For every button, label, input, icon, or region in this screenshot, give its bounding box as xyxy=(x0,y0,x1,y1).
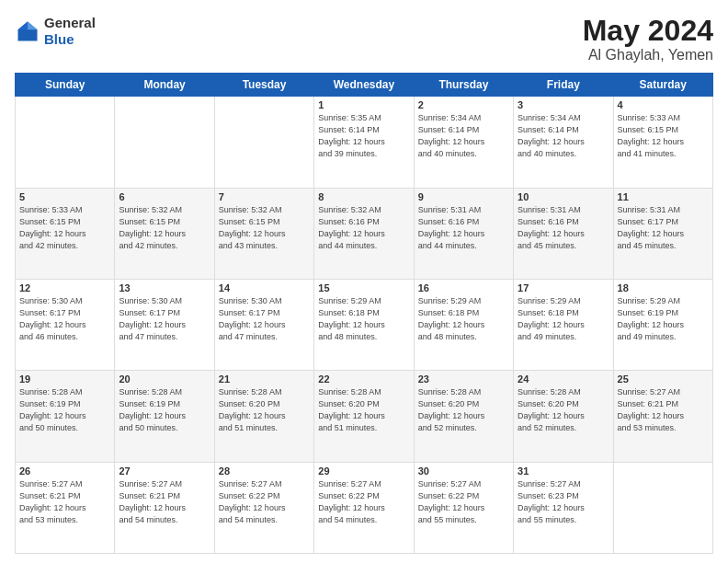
day-info: Sunrise: 5:32 AM Sunset: 6:16 PM Dayligh… xyxy=(318,204,409,252)
day-info: Sunrise: 5:28 AM Sunset: 6:19 PM Dayligh… xyxy=(19,386,110,434)
day-cell: 27Sunrise: 5:27 AM Sunset: 6:21 PM Dayli… xyxy=(115,462,214,553)
day-number: 7 xyxy=(219,191,310,202)
week-row-2: 5Sunrise: 5:33 AM Sunset: 6:15 PM Daylig… xyxy=(16,188,713,279)
day-number: 29 xyxy=(318,465,409,477)
logo-text: General Blue xyxy=(44,15,96,48)
day-cell: 22Sunrise: 5:28 AM Sunset: 6:20 PM Dayli… xyxy=(314,371,414,462)
header: General Blue May 2024 Al Ghaylah, Yemen xyxy=(15,15,713,63)
day-cell: 4Sunrise: 5:33 AM Sunset: 6:15 PM Daylig… xyxy=(613,97,712,188)
day-info: Sunrise: 5:29 AM Sunset: 6:19 PM Dayligh… xyxy=(618,295,709,343)
day-info: Sunrise: 5:31 AM Sunset: 6:16 PM Dayligh… xyxy=(518,204,609,252)
day-number: 10 xyxy=(518,191,609,202)
day-cell: 29Sunrise: 5:27 AM Sunset: 6:22 PM Dayli… xyxy=(314,462,414,553)
day-info: Sunrise: 5:32 AM Sunset: 6:15 PM Dayligh… xyxy=(119,204,210,252)
day-info: Sunrise: 5:28 AM Sunset: 6:20 PM Dayligh… xyxy=(219,386,310,434)
day-cell xyxy=(115,97,214,188)
day-cell: 18Sunrise: 5:29 AM Sunset: 6:19 PM Dayli… xyxy=(613,279,712,370)
day-number: 26 xyxy=(19,465,110,477)
day-info: Sunrise: 5:29 AM Sunset: 6:18 PM Dayligh… xyxy=(418,295,509,343)
day-cell: 17Sunrise: 5:29 AM Sunset: 6:18 PM Dayli… xyxy=(514,279,613,370)
day-info: Sunrise: 5:27 AM Sunset: 6:21 PM Dayligh… xyxy=(19,478,110,526)
day-cell: 3Sunrise: 5:34 AM Sunset: 6:14 PM Daylig… xyxy=(514,97,613,188)
day-info: Sunrise: 5:33 AM Sunset: 6:15 PM Dayligh… xyxy=(19,204,110,252)
svg-marker-2 xyxy=(18,22,28,30)
day-number: 8 xyxy=(318,191,409,202)
day-cell: 25Sunrise: 5:27 AM Sunset: 6:21 PM Dayli… xyxy=(613,371,712,462)
day-info: Sunrise: 5:33 AM Sunset: 6:15 PM Dayligh… xyxy=(618,112,709,160)
day-number: 30 xyxy=(418,465,509,477)
day-info: Sunrise: 5:34 AM Sunset: 6:14 PM Dayligh… xyxy=(518,112,609,160)
day-number: 20 xyxy=(119,373,210,385)
day-number: 27 xyxy=(119,465,210,477)
day-cell: 15Sunrise: 5:29 AM Sunset: 6:18 PM Dayli… xyxy=(314,279,414,370)
week-row-5: 26Sunrise: 5:27 AM Sunset: 6:21 PM Dayli… xyxy=(16,462,713,553)
day-number: 3 xyxy=(518,99,609,110)
weekday-header-thursday: Thursday xyxy=(414,74,513,97)
day-cell: 9Sunrise: 5:31 AM Sunset: 6:16 PM Daylig… xyxy=(414,188,513,279)
day-number: 6 xyxy=(119,191,210,202)
day-info: Sunrise: 5:28 AM Sunset: 6:19 PM Dayligh… xyxy=(119,386,210,434)
day-number: 9 xyxy=(418,191,509,202)
day-number: 17 xyxy=(518,282,609,293)
day-info: Sunrise: 5:28 AM Sunset: 6:20 PM Dayligh… xyxy=(518,386,609,434)
weekday-header-saturday: Saturday xyxy=(613,74,712,97)
day-info: Sunrise: 5:30 AM Sunset: 6:17 PM Dayligh… xyxy=(219,295,310,343)
day-cell: 5Sunrise: 5:33 AM Sunset: 6:15 PM Daylig… xyxy=(16,188,115,279)
day-info: Sunrise: 5:27 AM Sunset: 6:21 PM Dayligh… xyxy=(119,478,210,526)
day-cell xyxy=(214,97,313,188)
day-number: 13 xyxy=(119,282,210,293)
svg-marker-1 xyxy=(28,22,38,30)
weekday-header-sunday: Sunday xyxy=(16,74,115,97)
day-cell: 30Sunrise: 5:27 AM Sunset: 6:22 PM Dayli… xyxy=(414,462,513,553)
day-info: Sunrise: 5:31 AM Sunset: 6:17 PM Dayligh… xyxy=(618,204,709,252)
day-number: 14 xyxy=(219,282,310,293)
weekday-header-wednesday: Wednesday xyxy=(314,74,414,97)
week-row-1: 1Sunrise: 5:35 AM Sunset: 6:14 PM Daylig… xyxy=(16,97,713,188)
day-info: Sunrise: 5:35 AM Sunset: 6:14 PM Dayligh… xyxy=(318,112,409,160)
weekday-header-friday: Friday xyxy=(514,74,613,97)
day-number: 15 xyxy=(318,282,409,293)
day-number: 25 xyxy=(618,373,709,385)
logo: General Blue xyxy=(15,15,96,48)
day-cell: 26Sunrise: 5:27 AM Sunset: 6:21 PM Dayli… xyxy=(16,462,115,553)
day-number: 5 xyxy=(19,191,110,202)
day-info: Sunrise: 5:29 AM Sunset: 6:18 PM Dayligh… xyxy=(518,295,609,343)
day-number: 24 xyxy=(518,373,609,385)
logo-blue: Blue xyxy=(44,31,74,47)
day-info: Sunrise: 5:31 AM Sunset: 6:16 PM Dayligh… xyxy=(418,204,509,252)
day-info: Sunrise: 5:27 AM Sunset: 6:22 PM Dayligh… xyxy=(418,478,509,526)
logo-icon xyxy=(15,18,40,44)
day-number: 21 xyxy=(219,373,310,385)
day-cell: 10Sunrise: 5:31 AM Sunset: 6:16 PM Dayli… xyxy=(514,188,613,279)
day-info: Sunrise: 5:34 AM Sunset: 6:14 PM Dayligh… xyxy=(418,112,509,160)
day-number: 18 xyxy=(618,282,709,293)
day-number: 1 xyxy=(318,99,409,110)
main-title: May 2024 xyxy=(583,15,713,47)
day-cell: 12Sunrise: 5:30 AM Sunset: 6:17 PM Dayli… xyxy=(16,279,115,370)
day-cell xyxy=(16,97,115,188)
logo-general: General xyxy=(44,15,96,30)
day-info: Sunrise: 5:30 AM Sunset: 6:17 PM Dayligh… xyxy=(119,295,210,343)
sub-title: Al Ghaylah, Yemen xyxy=(583,47,713,63)
day-cell: 8Sunrise: 5:32 AM Sunset: 6:16 PM Daylig… xyxy=(314,188,414,279)
day-info: Sunrise: 5:30 AM Sunset: 6:17 PM Dayligh… xyxy=(19,295,110,343)
day-cell: 13Sunrise: 5:30 AM Sunset: 6:17 PM Dayli… xyxy=(115,279,214,370)
day-cell: 21Sunrise: 5:28 AM Sunset: 6:20 PM Dayli… xyxy=(214,371,313,462)
day-info: Sunrise: 5:27 AM Sunset: 6:23 PM Dayligh… xyxy=(518,478,609,526)
day-number: 2 xyxy=(418,99,509,110)
page: General Blue May 2024 Al Ghaylah, Yemen … xyxy=(0,0,728,563)
day-number: 12 xyxy=(19,282,110,293)
day-number: 4 xyxy=(618,99,709,110)
day-info: Sunrise: 5:27 AM Sunset: 6:22 PM Dayligh… xyxy=(318,478,409,526)
day-cell: 20Sunrise: 5:28 AM Sunset: 6:19 PM Dayli… xyxy=(115,371,214,462)
weekday-header-row: SundayMondayTuesdayWednesdayThursdayFrid… xyxy=(16,74,713,97)
weekday-header-monday: Monday xyxy=(115,74,214,97)
day-cell: 24Sunrise: 5:28 AM Sunset: 6:20 PM Dayli… xyxy=(514,371,613,462)
day-number: 31 xyxy=(518,465,609,477)
day-number: 28 xyxy=(219,465,310,477)
day-cell: 31Sunrise: 5:27 AM Sunset: 6:23 PM Dayli… xyxy=(514,462,613,553)
day-number: 19 xyxy=(19,373,110,385)
day-cell: 2Sunrise: 5:34 AM Sunset: 6:14 PM Daylig… xyxy=(414,97,513,188)
week-row-3: 12Sunrise: 5:30 AM Sunset: 6:17 PM Dayli… xyxy=(16,279,713,370)
day-number: 16 xyxy=(418,282,509,293)
